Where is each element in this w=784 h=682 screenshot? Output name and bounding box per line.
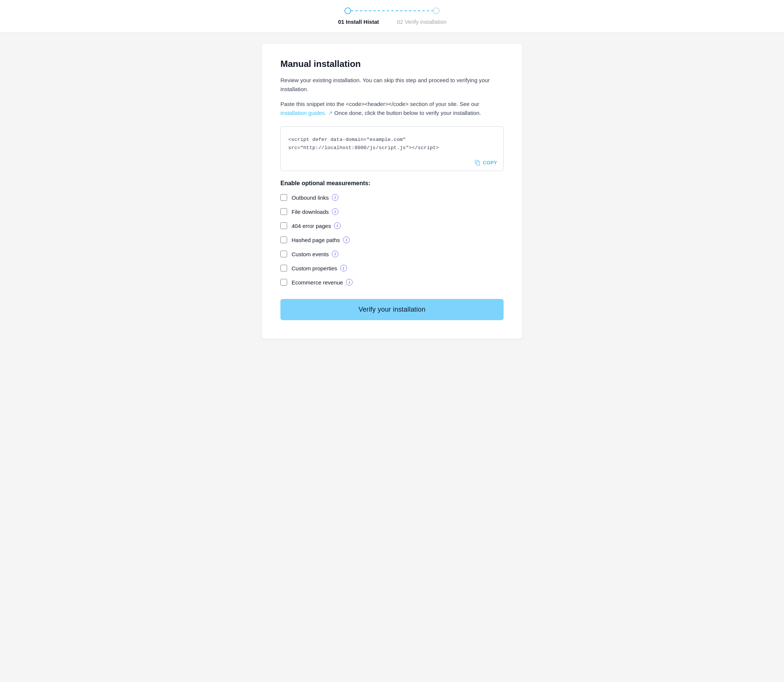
checkbox-outbound-links-input[interactable] — [280, 194, 287, 201]
checkbox-custom-props-label: Custom properties — [292, 265, 337, 271]
checkbox-404-error-input[interactable] — [280, 222, 287, 229]
step-line — [351, 10, 433, 11]
copy-icon — [475, 159, 481, 166]
installation-guides-link[interactable]: installation guides. ↗ — [280, 110, 333, 116]
outbound-links-info-icon[interactable]: i — [332, 194, 338, 201]
copy-button[interactable]: COPY — [475, 159, 497, 166]
404-info-icon[interactable]: i — [334, 222, 341, 229]
code-snippet: <script defer data-domain="example.com" … — [288, 136, 496, 152]
file-downloads-info-icon[interactable]: i — [332, 208, 338, 215]
checkbox-file-downloads-input[interactable] — [280, 208, 287, 215]
checkbox-404-label: 404 error pages — [292, 223, 331, 229]
step2-circle — [433, 8, 440, 14]
step1-circle — [344, 8, 351, 14]
verify-button[interactable]: Verify your installation — [280, 299, 504, 320]
code-box: <script defer data-domain="example.com" … — [280, 126, 504, 171]
step-labels: 01 Install Histat 02 Verify installation — [329, 19, 455, 25]
checkbox-outbound-links[interactable]: Outbound links i — [280, 194, 504, 201]
measurements-title: Enable optional measurements: — [280, 180, 504, 187]
checkbox-hashed-page-paths[interactable]: Hashed page paths i — [280, 236, 504, 243]
checkbox-custom-properties[interactable]: Custom properties i — [280, 265, 504, 271]
page-title: Manual installation — [280, 59, 504, 69]
checkbox-custom-events[interactable]: Custom events i — [280, 251, 504, 257]
checkbox-list: Outbound links i File downloads i 404 er… — [280, 194, 504, 285]
ecommerce-info-icon[interactable]: i — [346, 279, 352, 285]
main-content: Manual installation Review your existing… — [262, 44, 522, 339]
checkbox-file-downloads[interactable]: File downloads i — [280, 208, 504, 215]
checkbox-outbound-links-label: Outbound links — [292, 194, 329, 201]
checkbox-404-error-pages[interactable]: 404 error pages i — [280, 222, 504, 229]
checkbox-ecommerce-input[interactable] — [280, 279, 287, 285]
svg-rect-0 — [477, 162, 480, 166]
checkbox-file-downloads-label: File downloads — [292, 209, 329, 215]
description-2: Paste this snippet into the <code><heade… — [280, 100, 504, 118]
step2-label[interactable]: 02 Verify installation — [388, 19, 455, 25]
step1-label[interactable]: 01 Install Histat — [329, 19, 388, 25]
stepper — [344, 8, 440, 14]
checkbox-custom-events-label: Custom events — [292, 251, 329, 257]
top-bar: 01 Install Histat 02 Verify installation — [0, 0, 784, 33]
checkbox-hashed-label: Hashed page paths — [292, 237, 340, 243]
custom-props-info-icon[interactable]: i — [340, 265, 347, 271]
hashed-info-icon[interactable]: i — [343, 236, 350, 243]
checkbox-ecommerce-label: Ecommerce revenue — [292, 279, 343, 285]
description-1: Review your existing installation. You c… — [280, 76, 504, 94]
custom-events-info-icon[interactable]: i — [332, 251, 338, 257]
checkbox-hashed-input[interactable] — [280, 236, 287, 243]
checkbox-ecommerce-revenue[interactable]: Ecommerce revenue i — [280, 279, 504, 285]
checkbox-custom-props-input[interactable] — [280, 265, 287, 271]
checkbox-custom-events-input[interactable] — [280, 251, 287, 257]
